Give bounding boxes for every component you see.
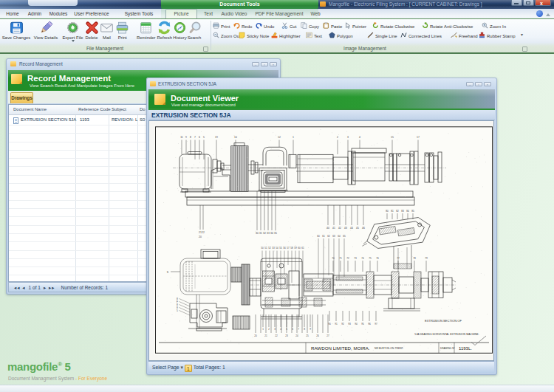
svg-text:42: 42	[338, 227, 341, 230]
svg-text:15: 15	[391, 136, 394, 139]
svg-text:31: 31	[259, 232, 262, 235]
svg-text:23: 23	[285, 334, 288, 337]
svg-text:92: 92	[341, 323, 344, 326]
svg-text:45: 45	[356, 227, 359, 230]
svg-text:58: 58	[290, 247, 293, 250]
svg-text:77: 77	[397, 257, 400, 260]
svg-text:7: 7	[194, 136, 196, 139]
svg-text:17: 17	[417, 136, 420, 139]
svg-text:19: 19	[215, 136, 218, 139]
svg-text:97: 97	[375, 323, 377, 326]
svg-text:60: 60	[298, 247, 301, 250]
svg-text:34: 34	[270, 232, 273, 235]
svg-text:60: 60	[317, 235, 320, 238]
svg-text:20: 20	[199, 235, 202, 238]
svg-text:S: S	[167, 271, 169, 274]
svg-text:8: 8	[190, 136, 191, 139]
svg-text:62: 62	[327, 235, 330, 238]
svg-text:93: 93	[348, 323, 351, 326]
svg-text:50: 50	[261, 247, 264, 250]
svg-text:96: 96	[368, 323, 371, 326]
svg-text:5JA DEAKING HORIZONTAL EXTR: 5JA DEAKING HORIZONTAL EXTRUSION MACHINE…	[414, 333, 479, 336]
svg-text:DRAWING Nº: DRAWING Nº	[440, 347, 455, 350]
svg-text:41: 41	[332, 227, 335, 230]
svg-text:65: 65	[343, 235, 346, 238]
svg-text:26: 26	[316, 334, 319, 337]
svg-text:91: 91	[335, 323, 338, 326]
svg-text:54: 54	[276, 247, 278, 250]
svg-text:6: 6	[199, 136, 200, 139]
svg-text:12: 12	[278, 136, 281, 139]
svg-text:21: 21	[264, 334, 267, 337]
svg-text:9: 9	[310, 328, 311, 331]
svg-text:79: 79	[425, 257, 428, 260]
svg-text:51: 51	[264, 247, 267, 250]
svg-text:80: 80	[386, 210, 389, 213]
svg-text:71: 71	[339, 257, 342, 260]
svg-text:61: 61	[301, 247, 304, 250]
svg-text:7: 7	[298, 328, 299, 331]
svg-text:82: 82	[396, 210, 399, 213]
svg-text:5: 5	[177, 309, 178, 312]
svg-text:33: 33	[267, 232, 270, 235]
svg-text:RAWDON LIMITED, MOIRA.: RAWDON LIMITED, MOIRA.	[311, 345, 370, 351]
svg-text:22: 22	[275, 334, 278, 337]
svg-text:55: 55	[279, 247, 282, 250]
svg-text:11: 11	[180, 136, 183, 139]
svg-text:8: 8	[304, 328, 305, 331]
svg-text:61: 61	[322, 235, 325, 238]
svg-text:3: 3	[274, 328, 276, 331]
svg-text:56: 56	[283, 247, 286, 250]
svg-text:74: 74	[361, 257, 364, 260]
svg-text:30: 30	[256, 232, 259, 235]
svg-text:43: 43	[344, 227, 347, 230]
svg-text:1193L.: 1193L.	[459, 346, 472, 351]
svg-text:70: 70	[332, 257, 335, 260]
svg-text:76: 76	[376, 257, 379, 260]
svg-text:84: 84	[406, 210, 409, 213]
svg-text:1: 1	[262, 328, 264, 331]
svg-text:72: 72	[346, 257, 349, 260]
svg-text:25: 25	[306, 334, 309, 337]
svg-text:22: 22	[202, 231, 205, 234]
svg-text:9: 9	[185, 136, 187, 139]
svg-text:1: 1	[293, 136, 294, 139]
svg-text:40: 40	[326, 227, 329, 230]
svg-text:10: 10	[234, 136, 237, 139]
svg-text:NR BURTON-ON-TRENT.: NR BURTON-ON-TRENT.	[375, 347, 403, 350]
svg-text:63: 63	[332, 235, 335, 238]
svg-text:35: 35	[274, 232, 277, 235]
svg-text:32: 32	[263, 232, 266, 235]
svg-text:52: 52	[268, 247, 271, 250]
svg-text:44: 44	[350, 227, 353, 230]
svg-text:27: 27	[326, 334, 329, 337]
svg-text:4: 4	[359, 136, 360, 139]
svg-text:53: 53	[272, 247, 275, 250]
svg-text:90: 90	[328, 323, 331, 326]
svg-text:46: 46	[362, 227, 365, 230]
svg-text:2: 2	[268, 328, 270, 331]
svg-text:6: 6	[292, 328, 293, 331]
svg-text:95: 95	[361, 323, 364, 326]
svg-text:73: 73	[354, 257, 357, 260]
svg-text:83: 83	[401, 210, 404, 213]
svg-text:24: 24	[295, 334, 298, 337]
svg-text:5: 5	[203, 136, 205, 139]
svg-text:2: 2	[337, 136, 338, 139]
svg-text:20: 20	[254, 334, 257, 337]
svg-text:57: 57	[287, 247, 290, 250]
svg-text:94: 94	[355, 323, 358, 326]
svg-text:81: 81	[391, 210, 394, 213]
svg-text:85: 85	[411, 210, 414, 213]
svg-text:EXTRUSION SECTION OF: EXTRUSION SECTION OF	[425, 319, 462, 323]
svg-text:3: 3	[347, 136, 349, 139]
svg-text:64: 64	[338, 235, 341, 238]
svg-text:75: 75	[369, 257, 372, 260]
svg-text:59: 59	[294, 247, 297, 250]
svg-text:78: 78	[413, 257, 416, 260]
